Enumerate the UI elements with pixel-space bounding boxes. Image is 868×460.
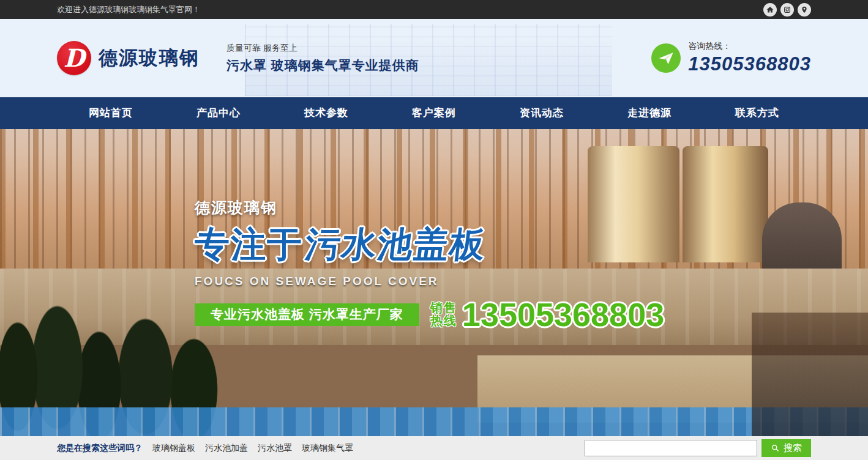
company-name: 德源玻璃钢 <box>99 45 200 71</box>
hotline: 咨询热线： 13505368803 <box>651 41 811 75</box>
site-header: D 德源玻璃钢 质量可靠 服务至上 污水罩 玻璃钢集气罩专业提供商 咨询热线： … <box>0 19 868 97</box>
banner-headline: 专注于污水池盖板 <box>195 221 664 269</box>
social-links <box>763 3 811 17</box>
search-button-label: 搜索 <box>784 442 802 454</box>
logo[interactable]: D 德源玻璃钢 <box>57 41 200 75</box>
nav-item-products[interactable]: 产品中心 <box>165 97 272 129</box>
main-nav: 网站首页 产品中心 技术参数 客户案例 资讯动态 走进德源 联系方式 <box>0 97 868 129</box>
search-input[interactable] <box>585 440 757 456</box>
hotline-label: 咨询热线： <box>688 41 811 52</box>
nav-item-contact[interactable]: 联系方式 <box>703 97 811 129</box>
cta-button[interactable]: 专业污水池盖板 污水罩生产厂家 <box>195 303 419 326</box>
headline-main: 污水池盖板 <box>302 221 488 269</box>
header-slogan: 质量可靠 服务至上 污水罩 玻璃钢集气罩专业提供商 <box>226 43 419 74</box>
banner-subline-en: FOUCS ON SEWAGE POOL COVER <box>195 275 664 288</box>
search-button[interactable]: 搜索 <box>761 439 811 457</box>
sales-label-line1: 销售 <box>430 302 457 314</box>
banner-brand: 德源玻璃钢 <box>195 198 664 218</box>
nav-item-cases[interactable]: 客户案例 <box>380 97 488 129</box>
footer-search-bar: 您是在搜索这些词吗？ 玻璃钢盖板 污水池加盖 污水池罩 玻璃钢集气罩 搜索 <box>0 436 868 460</box>
hero-banner: 德源玻璃钢 专注于污水池盖板 FOUCS ON SEWAGE POOL COVE… <box>0 129 868 436</box>
keyword-link-gas-collecting-hood[interactable]: 玻璃钢集气罩 <box>302 443 353 454</box>
welcome-text: 欢迎进入德源玻璃钢玻璃钢集气罩官网！ <box>57 4 200 15</box>
nav-item-tech-params[interactable]: 技术参数 <box>272 97 380 129</box>
headline-prefix: 专注于 <box>195 224 303 264</box>
keyword-link-pool-capping[interactable]: 污水池加盖 <box>205 443 248 454</box>
keyword-link-cover-plate[interactable]: 玻璃钢盖板 <box>152 443 195 454</box>
banner-cta-row: 专业污水池盖板 污水罩生产厂家 销售 热线 13505368803 <box>195 298 664 331</box>
slogan-line1: 质量可靠 服务至上 <box>226 43 419 54</box>
nav-item-home[interactable]: 网站首页 <box>57 97 165 129</box>
topbar: 欢迎进入德源玻璃钢玻璃钢集气罩官网！ <box>0 0 868 19</box>
hotline-number: 13505368803 <box>688 53 811 75</box>
slogan-line2: 污水罩 玻璃钢集气罩专业提供商 <box>226 57 419 74</box>
home-icon[interactable] <box>763 3 777 17</box>
nav-item-about[interactable]: 走进德源 <box>596 97 703 129</box>
nav-item-news[interactable]: 资讯动态 <box>488 97 596 129</box>
hot-keywords: 玻璃钢盖板 污水池加盖 污水池罩 玻璃钢集气罩 <box>152 443 353 454</box>
search-icon <box>771 443 780 453</box>
location-pin-icon[interactable] <box>798 3 811 17</box>
keyword-link-pool-cover[interactable]: 污水池罩 <box>258 443 292 454</box>
sales-hotline-number: 13505368803 <box>462 298 664 331</box>
logo-mark: D <box>57 41 91 75</box>
search-area: 搜索 <box>585 439 811 457</box>
camera-icon[interactable] <box>780 3 794 17</box>
banner-content: 德源玻璃钢 专注于污水池盖板 FOUCS ON SEWAGE POOL COVE… <box>195 198 664 331</box>
paper-plane-icon <box>651 43 681 73</box>
search-prompt: 您是在搜索这些词吗？ <box>57 443 143 454</box>
sales-hotline-label: 销售 热线 <box>430 302 457 327</box>
sales-label-line2: 热线 <box>430 314 457 327</box>
